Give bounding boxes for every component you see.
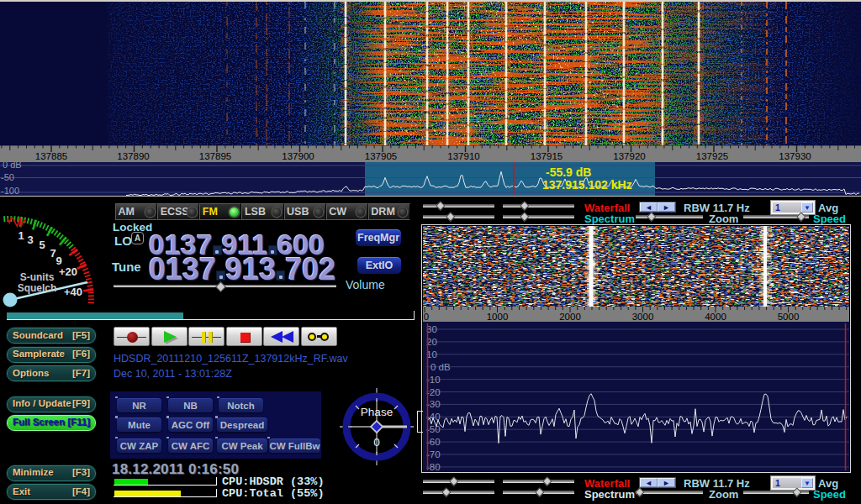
svg-text:137910: 137910: [447, 151, 479, 161]
svg-text:0: 0: [424, 312, 429, 322]
svg-text:-60: -60: [426, 437, 441, 447]
svg-text:137900: 137900: [282, 151, 314, 161]
svg-text:137905: 137905: [365, 151, 397, 161]
svg-text:-30: -30: [426, 399, 441, 409]
svg-text:137885: 137885: [35, 151, 67, 161]
svg-text:+20: +20: [59, 265, 77, 278]
svg-text:4000: 4000: [705, 312, 726, 322]
svg-text:3000: 3000: [632, 312, 654, 322]
svg-text:-100: -100: [1, 186, 19, 196]
svg-text:137930: 137930: [779, 151, 811, 161]
svg-text:-50: -50: [1, 172, 14, 182]
svg-text:0: 0: [373, 436, 380, 449]
svg-text:-20: -20: [426, 387, 441, 397]
svg-text:1: 1: [18, 229, 24, 242]
svg-text:137895: 137895: [199, 151, 231, 161]
svg-text:137.915.102 kHz: 137.915.102 kHz: [542, 178, 632, 192]
svg-text:-80: -80: [426, 462, 441, 472]
svg-text:-50: -50: [426, 424, 441, 434]
svg-text:3: 3: [27, 234, 33, 246]
svg-text:0 dB: 0 dB: [3, 162, 22, 170]
svg-text:Phase: Phase: [361, 406, 393, 418]
svg-text:S-units: S-units: [20, 271, 55, 283]
svg-text:137915: 137915: [531, 151, 563, 161]
svg-text:2000: 2000: [559, 312, 581, 322]
svg-text:Squelch: Squelch: [18, 282, 57, 294]
svg-text:5: 5: [39, 239, 45, 251]
svg-text:-10: -10: [426, 375, 441, 385]
svg-text:0 dB: 0 dB: [430, 362, 451, 372]
svg-text:137920: 137920: [613, 151, 645, 161]
svg-text:-70: -70: [426, 449, 441, 459]
svg-text:137925: 137925: [696, 151, 728, 161]
svg-text:1000: 1000: [487, 312, 509, 322]
svg-text:5000: 5000: [778, 312, 800, 322]
svg-text:137890: 137890: [117, 151, 149, 161]
